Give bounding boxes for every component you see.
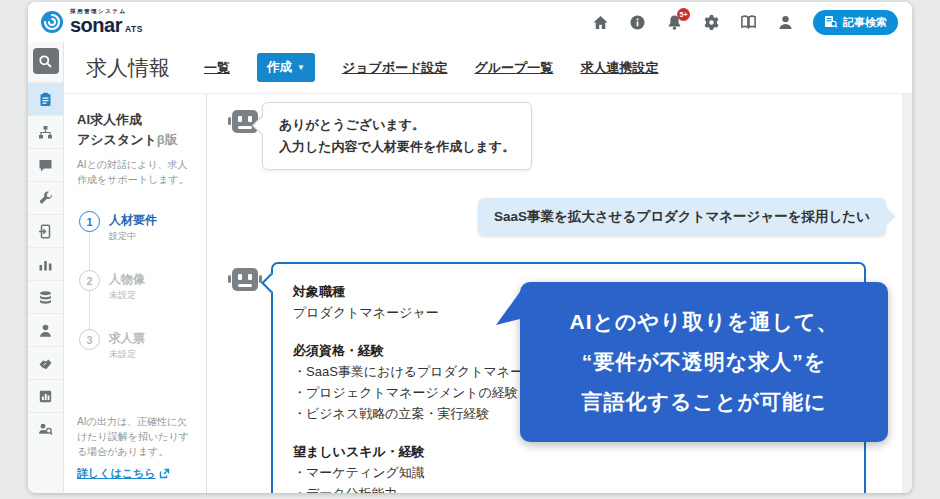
answer-item: ・データ分析能力: [293, 483, 844, 493]
sidebar-item-handshake-icon[interactable]: [28, 346, 63, 379]
assistant-title: AI求人作成 アシスタントβ版: [77, 110, 193, 150]
tab-bar: 一覧 作成 ▼ ジョブボード設定 グループ一覧 求人連携設定: [204, 53, 658, 82]
step-item-requirements[interactable]: 1 人材要件 設定中: [79, 211, 193, 243]
tab-create[interactable]: 作成 ▼: [257, 53, 315, 82]
sidebar-item-sitemap-icon[interactable]: [28, 115, 63, 148]
article-search-button[interactable]: 記事検索: [813, 10, 898, 35]
sidebar-item-person-icon[interactable]: [28, 313, 63, 346]
external-link-icon: [159, 468, 170, 479]
feature-callout: AIとのやり取りを通して、 “要件が不透明な求人”を 言語化することが可能に: [520, 282, 888, 442]
sidebar-item-chat-icon[interactable]: [28, 148, 63, 181]
article-search-icon: [824, 15, 838, 29]
page-title: 求人情報: [86, 54, 170, 82]
sidebar-item-people-search-icon[interactable]: [28, 412, 63, 445]
sidebar-item-device-icon[interactable]: [28, 214, 63, 247]
step-list: 1 人材要件 設定中 2 人物像 未設定 3 求人票: [77, 211, 193, 361]
sonar-logo-icon: [40, 10, 64, 34]
answer-heading: 望ましいスキル・経験: [293, 441, 844, 462]
sidebar-item-wrench-icon[interactable]: [28, 181, 63, 214]
logo-suffix: ATS: [125, 25, 143, 34]
sidebar-item-report-icon[interactable]: [28, 379, 63, 412]
sonar-logo[interactable]: 採用管理システム sonar ATS: [40, 9, 143, 36]
step-label: 求人票: [109, 329, 145, 345]
tab-group-list[interactable]: グループ一覧: [474, 59, 553, 77]
search-icon[interactable]: [33, 48, 59, 74]
robot-avatar: [228, 266, 262, 294]
beta-label: β版: [157, 132, 178, 147]
step-item-persona[interactable]: 2 人物像 未設定: [79, 270, 193, 302]
settings-gear-icon[interactable]: [702, 13, 720, 31]
user-icon[interactable]: [776, 13, 794, 31]
step-number: 2: [79, 270, 100, 291]
step-label: 人物像: [109, 270, 145, 286]
info-icon[interactable]: [628, 13, 646, 31]
bubble-tail: [261, 273, 281, 293]
logo-text: sonar: [70, 15, 122, 35]
more-info-link[interactable]: 詳しくはこちら: [77, 466, 170, 481]
callout-text: “要件が不透明な求人”を: [582, 342, 826, 382]
notification-badge: 5+: [677, 8, 690, 21]
tab-job-link-settings[interactable]: 求人連携設定: [580, 59, 658, 77]
tab-list[interactable]: 一覧: [204, 59, 230, 77]
tab-jobboard-settings[interactable]: ジョブボード設定: [342, 59, 448, 77]
step-label: 人材要件: [109, 211, 157, 227]
ai-assistant-panel: AI求人作成 アシスタントβ版 AIとの対話により、求人作成をサポートします。 …: [64, 94, 207, 493]
step-status: 設定中: [109, 230, 157, 243]
assistant-description: AIとの対話により、求人作成をサポートします。: [77, 157, 193, 187]
home-icon[interactable]: [591, 13, 609, 31]
user-message-bubble: SaaS事業を拡大させるプロダクトマネージャーを採用したい: [478, 198, 886, 236]
ai-disclaimer: AIの出力は、正確性に欠けたり誤解を招いたりする場合があります。 詳しくはこちら: [77, 414, 194, 481]
answer-item: ・マーケティング知識: [293, 462, 844, 483]
page-background: 採用管理システム sonar ATS 5+: [0, 0, 940, 499]
step-status: 未設定: [109, 289, 145, 302]
icon-sidebar: [28, 42, 64, 493]
sidebar-item-database-icon[interactable]: [28, 280, 63, 313]
article-search-label: 記事検索: [843, 15, 887, 30]
notifications-bell-icon[interactable]: 5+: [665, 13, 683, 31]
step-status: 未設定: [109, 348, 145, 361]
callout-text: 言語化することが可能に: [582, 382, 827, 422]
step-number: 3: [79, 329, 100, 350]
chevron-down-icon: ▼: [297, 64, 305, 72]
bubble-tail: [877, 207, 895, 225]
chat-area: ありがとうございます。 入力した内容で人材要件を作成します。 SaaS事業を拡大…: [207, 94, 902, 493]
bot-message-bubble: ありがとうございます。 入力した内容で人材要件を作成します。: [262, 102, 532, 170]
step-number: 1: [79, 211, 100, 232]
sidebar-item-jobs-clipboard-icon[interactable]: [28, 82, 63, 115]
callout-text: AIとのやり取りを通して、: [570, 302, 839, 342]
app-window: 採用管理システム sonar ATS 5+: [28, 2, 912, 493]
manual-book-icon[interactable]: [739, 13, 757, 31]
top-navbar: 採用管理システム sonar ATS 5+: [28, 2, 912, 42]
page-header: 求人情報 一覧 作成 ▼ ジョブボード設定 グループ一覧 求人連携設定: [64, 42, 912, 94]
sidebar-item-bar-chart-icon[interactable]: [28, 247, 63, 280]
step-item-job-posting[interactable]: 3 求人票 未設定: [79, 329, 193, 361]
